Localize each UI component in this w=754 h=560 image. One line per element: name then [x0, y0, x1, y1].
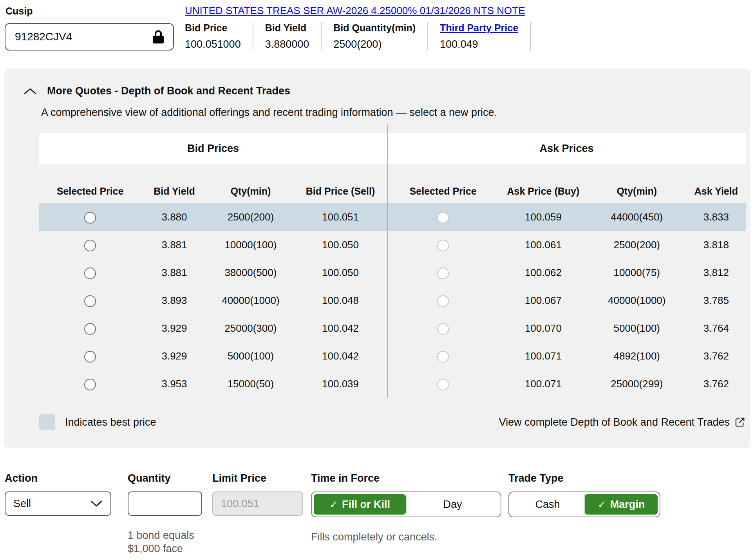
ask-yield-cell: 3.818 [686, 239, 746, 251]
quantity-group: Quantity 1 bond equals $1,000 face [128, 472, 202, 556]
ask-yield-cell: 3.762 [686, 378, 746, 390]
more-quotes-header[interactable]: More Quotes - Depth of Book and Recent T… [4, 85, 750, 97]
best-price-legend-text: Indicates best price [65, 416, 156, 428]
bond-trade-page: Cusip 91282CJV4 UNITED STATES TREAS SER … [0, 0, 754, 560]
cusip-label: Cusip [5, 4, 184, 23]
time-in-force-toggle: ✓ Fill or Kill Day [311, 491, 501, 517]
ask-selected-price-header: Selected Price [387, 186, 499, 197]
table-row: 3.881 10000(100) 100.050 100.061 2500(20… [39, 231, 746, 259]
bid-radio-3[interactable] [84, 267, 96, 279]
quote-fields-row: Bid Price 100.051000 Bid Yield 3.880000 … [184, 22, 531, 51]
bid-yield-cell: 3.929 [141, 322, 208, 334]
quote-fields-divider [530, 22, 531, 51]
limit-price-label: Limit Price [212, 472, 303, 484]
day-option[interactable]: Day [407, 494, 499, 515]
ask-yield-header: Ask Yield [686, 186, 746, 197]
bid-yield-header: Bid Yield [141, 186, 208, 197]
action-select[interactable]: Sell [5, 491, 111, 516]
column-headers-row: Selected Price Bid Yield Qty(min) Bid Pr… [39, 164, 746, 203]
bid-qty-cell: 2500(200) [208, 211, 294, 223]
ask-price-cell: 100.061 [499, 239, 588, 251]
ask-yield-cell: 3.812 [686, 267, 746, 279]
ask-qty-cell: 44000(450) [588, 211, 686, 223]
bid-yield-cell: 3.953 [141, 378, 208, 390]
bid-prices-title: Bid Prices [39, 133, 387, 164]
check-icon: ✓ [598, 499, 606, 511]
bid-radio-6[interactable] [84, 351, 96, 363]
bid-qty-cell: 10000(100) [208, 239, 294, 251]
ask-prices-title: Ask Prices [387, 133, 746, 164]
limit-price-group: Limit Price [212, 472, 303, 516]
ask-radio-7[interactable] [437, 379, 449, 390]
time-in-force-help-text: Fills completely or cancels. [311, 531, 501, 544]
quote-summary-strip: Cusip 91282CJV4 UNITED STATES TREAS SER … [0, 0, 754, 51]
bid-price-field: Bid Price 100.051000 [184, 22, 253, 51]
ask-qty-cell: 10000(75) [588, 267, 686, 279]
quantity-help-text: 1 bond equals $1,000 face [128, 529, 202, 556]
table-row: 3.953 15000(50) 100.039 100.071 25000(29… [39, 370, 746, 398]
third-party-price-link[interactable]: Third Party Price [440, 22, 518, 34]
limit-price-input [212, 491, 303, 516]
ask-radio-1[interactable] [437, 212, 449, 224]
collapse-chevron-up-icon[interactable] [24, 88, 37, 95]
bid-yield-cell: 3.881 [141, 267, 208, 279]
bid-qty-cell: 38000(500) [208, 267, 294, 279]
bid-price-cell: 100.050 [294, 267, 387, 279]
ask-yield-cell: 3.762 [686, 350, 746, 362]
table-row: 3.929 5000(100) 100.042 100.071 4892(100… [39, 342, 746, 370]
trade-type-label: Trade Type [508, 472, 660, 484]
third-party-price-field: Third Party Price 100.049 [427, 22, 530, 51]
table-row: 3.929 25000(300) 100.042 100.070 5000(10… [39, 314, 746, 342]
ask-price-buy-header: Ask Price (Buy) [499, 186, 588, 197]
bid-ask-divider [387, 124, 388, 398]
bid-radio-2[interactable] [84, 240, 96, 251]
trade-type-toggle: Cash ✓ Margin [508, 491, 660, 517]
cusip-block: Cusip 91282CJV4 [5, 4, 184, 51]
table-row: 3.893 40000(1000) 100.048 100.067 40000(… [39, 287, 746, 314]
cusip-value: 91282CJV4 [15, 31, 72, 43]
cusip-input[interactable]: 91282CJV4 [5, 23, 174, 51]
best-price-swatch [39, 414, 55, 430]
bid-yield-label: Bid Yield [265, 22, 309, 34]
action-label: Action [5, 472, 111, 484]
quantity-input[interactable] [128, 491, 202, 516]
bond-title-link[interactable]: UNITED STATES TREAS SER AW-2026 4.25000%… [184, 5, 525, 17]
check-icon: ✓ [329, 499, 338, 511]
bid-selected-price-header: Selected Price [39, 186, 141, 197]
bid-yield-cell: 3.881 [141, 239, 208, 251]
bond-block: UNITED STATES TREAS SER AW-2026 4.25000%… [184, 4, 531, 51]
ask-radio-4[interactable] [437, 295, 449, 307]
bid-radio-4[interactable] [84, 295, 96, 307]
ask-price-cell: 100.062 [499, 267, 588, 279]
margin-option[interactable]: ✓ Margin [585, 494, 658, 515]
view-depth-of-book-link[interactable]: View complete Depth of Book and Recent T… [499, 416, 745, 428]
ask-radio-6[interactable] [437, 351, 449, 363]
ask-yield-cell: 3.833 [686, 211, 746, 223]
bid-price-cell: 100.050 [294, 239, 387, 251]
ask-radio-2[interactable] [437, 240, 449, 251]
third-party-price-value: 100.049 [440, 38, 518, 51]
bid-price-value: 100.051000 [185, 38, 241, 51]
ask-radio-5[interactable] [437, 323, 449, 335]
ask-price-cell: 100.071 [499, 350, 588, 362]
ask-radio-3[interactable] [437, 267, 449, 279]
action-selected-value: Sell [13, 498, 31, 510]
ask-qty-cell: 5000(100) [588, 322, 686, 334]
bid-yield-cell: 3.929 [141, 350, 208, 362]
action-group: Action Sell [5, 472, 111, 516]
panel-subtitle: A comprehensive view of additional offer… [41, 107, 750, 119]
table-footer-row: Indicates best price View complete Depth… [39, 414, 745, 430]
order-entry-form: Action Sell Quantity 1 bond equals $1,00… [5, 472, 754, 556]
depth-of-book-table: Bid Prices Ask Prices Selected Price Bid… [39, 133, 746, 398]
section-title-band: Bid Prices Ask Prices [39, 133, 746, 164]
fill-or-kill-option[interactable]: ✓ Fill or Kill [314, 494, 406, 515]
bid-qty-cell: 15000(50) [208, 378, 294, 390]
bid-radio-5[interactable] [84, 323, 96, 335]
bid-yield-cell: 3.880 [141, 211, 208, 223]
bid-qty-cell: 25000(300) [208, 322, 294, 334]
ask-price-cell: 100.070 [499, 322, 588, 334]
bid-radio-7[interactable] [84, 379, 96, 390]
chevron-down-icon [90, 500, 103, 507]
cash-option[interactable]: Cash [511, 494, 584, 515]
bid-radio-1[interactable] [84, 212, 96, 224]
